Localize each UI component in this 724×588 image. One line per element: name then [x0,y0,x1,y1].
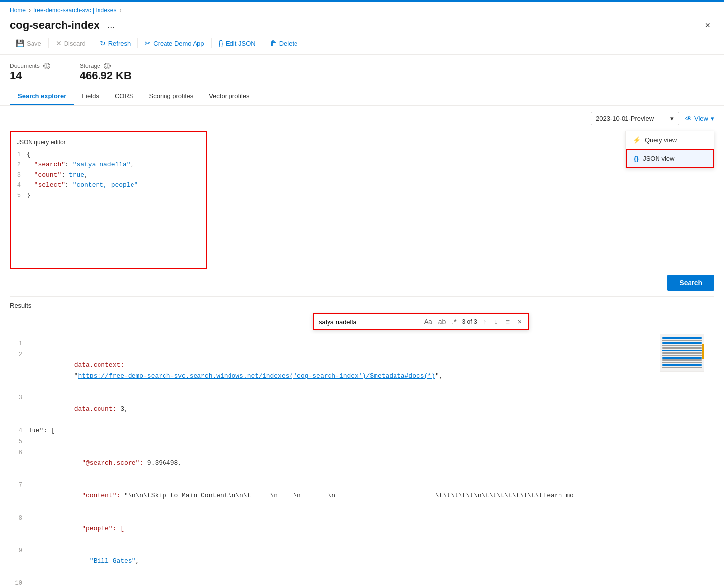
query-view-option[interactable]: ⚡ Query view [626,131,714,149]
thumb-line-5 [662,347,702,349]
toolbar: 💾 Save ✕ Discard ↻ Refresh ✂ Create Demo… [0,37,724,55]
result-line-8: 8 "people": [ [10,513,714,545]
thumb-indicator [702,344,704,359]
results-section: Results Aa ab .* 3 of 3 ↑ ↓ ≡ × [0,297,724,588]
line-num-4: 4 [11,181,27,190]
thumb-line-8 [662,355,702,356]
results-thumbnail [660,334,704,372]
search-btn-container: Search [0,269,724,296]
results-code: 1 2 data.context: "https://free-demo-sea… [10,334,714,588]
thumb-line-7 [662,352,702,354]
result-line-6: 6 "@search.score": 9.396498, [10,447,714,480]
storage-label: Storage ⓘ [80,63,132,69]
tab-cors[interactable]: CORS [107,87,141,105]
delete-button[interactable]: 🗑 Delete [264,37,304,49]
code-content-1: { [27,150,31,160]
code-line-2: 2 "search": "satya nadella", [11,160,206,170]
edit-json-icon: {} [219,39,223,47]
code-line-1: 1 { [11,150,206,160]
tabs: Search explorer Fields CORS Scoring prof… [0,87,724,106]
controls-row: 2023-10-01-Preview ▾ 👁 View ▾ [0,106,724,131]
code-content-2: "search": "satya nadella", [27,160,134,170]
code-content-5: } [27,191,31,201]
view-button[interactable]: 👁 View ▾ [685,115,714,123]
find-count: 3 of 3 [462,318,477,325]
storage-value: 466.92 KB [80,69,132,82]
discard-button[interactable]: ✕ Discard [50,37,92,49]
documents-value: 14 [10,69,50,82]
find-options: Aa ab .* [422,317,459,327]
thumb-content [660,334,704,371]
storage-stat: Storage ⓘ 466.92 KB [80,63,132,82]
breadcrumb-home[interactable]: Home [10,7,26,14]
code-line-4: 4 "select": "content, people" [11,180,206,191]
thumb-line-1 [662,337,702,339]
storage-info-icon[interactable]: ⓘ [104,63,111,69]
results-code-container: 1 2 data.context: "https://free-demo-sea… [10,334,714,588]
code-content-3: "count": true, [27,170,88,181]
edit-json-button[interactable]: {} Edit JSON [213,37,262,49]
tab-search-explorer[interactable]: Search explorer [10,87,74,105]
save-button[interactable]: 💾 Save [10,37,47,49]
toolbar-separator-4 [211,38,212,48]
thumb-line-6 [662,350,702,351]
create-demo-app-button[interactable]: ✂ Create Demo App [139,37,210,49]
editor-container: JSON query editor 1 { 2 "search": "satya… [0,131,724,269]
result-line-1: 1 [10,338,714,349]
delete-icon: 🗑 [270,39,277,47]
thumb-line-12 [662,364,702,366]
stats-row: Documents ⓘ 14 Storage ⓘ 466.92 KB [0,55,724,87]
json-query-editor: JSON query editor 1 { 2 "search": "satya… [10,131,207,269]
query-view-icon: ⚡ [633,136,641,144]
result-line-3: 3 data.count: 3, [10,392,714,425]
tab-scoring-profiles[interactable]: Scoring profiles [141,87,201,105]
title-row: cog-search-index ... × [0,16,724,37]
toolbar-separator-3 [137,38,138,48]
code-area[interactable]: 1 { 2 "search": "satya nadella", 3 "coun… [11,150,206,201]
chevron-down-icon: ▾ [670,115,674,122]
result-line-5: 5 [10,436,714,447]
save-icon: 💾 [16,39,24,47]
ellipsis-button[interactable]: ... [104,19,118,32]
find-case-btn[interactable]: Aa [422,317,434,327]
version-dropdown[interactable]: 2023-10-01-Preview ▾ [591,112,679,125]
result-line-7: 7 "content": "\n\n\tSkip to Main Content… [10,480,714,512]
view-icon: 👁 [685,115,692,123]
result-line-9: 9 "Bill Gates", [10,545,714,578]
find-input[interactable] [319,318,418,326]
thumb-line-11 [662,362,702,363]
json-view-label: JSON view [643,155,674,162]
line-num-5: 5 [11,191,27,200]
query-view-label: Query view [645,136,677,144]
tab-fields[interactable]: Fields [74,87,107,105]
thumb-line-13 [662,367,702,368]
create-demo-icon: ✂ [145,39,151,47]
find-word-btn[interactable]: ab [436,317,448,327]
thumb-line-4 [662,345,702,346]
find-menu-btn[interactable]: ≡ [504,317,512,327]
thumb-line-10 [662,359,702,361]
view-label: View [694,115,708,122]
close-button[interactable]: × [701,19,714,32]
documents-stat: Documents ⓘ 14 [10,63,50,82]
breadcrumb-sep2: › [120,7,122,14]
result-line-4: 4 lue": [ [10,425,714,436]
refresh-button[interactable]: ↻ Refresh [94,37,137,49]
code-line-3: 3 "count": true, [11,170,206,181]
tab-vector-profiles[interactable]: Vector profiles [201,87,257,105]
query-panel: ⚡ Query view {} JSON view [625,131,714,168]
find-next-btn[interactable]: ↓ [493,317,500,327]
metadata-link[interactable]: https://free-demo-search-svc.search.wind… [78,372,435,380]
breadcrumb-indexes[interactable]: free-demo-search-svc | Indexes [33,7,117,14]
line-num-2: 2 [11,161,27,170]
documents-info-icon[interactable]: ⓘ [43,63,50,69]
breadcrumb: Home › free-demo-search-svc | Indexes › [0,2,724,16]
find-close-btn[interactable]: × [516,317,524,327]
find-prev-btn[interactable]: ↑ [481,317,489,327]
json-view-option[interactable]: {} JSON view [626,149,714,168]
toolbar-separator-2 [93,38,93,48]
find-bar-container: Aa ab .* 3 of 3 ↑ ↓ ≡ × [10,313,714,330]
view-chevron-icon: ▾ [711,115,714,122]
find-regex-btn[interactable]: .* [450,317,458,327]
search-button[interactable]: Search [667,275,714,291]
